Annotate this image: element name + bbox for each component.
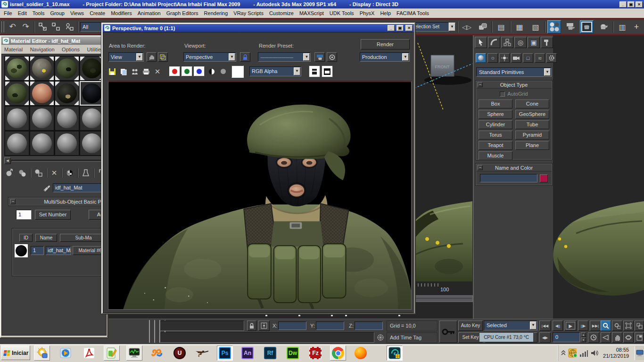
tab-display[interactable]: ▣ [528, 37, 540, 48]
submaterial-name-field[interactable]: idf_hat_Ma [46, 246, 71, 255]
button-tube[interactable]: Tube [515, 120, 549, 129]
material-slot[interactable] [55, 131, 79, 156]
button-geosphere[interactable]: GeoSphere [515, 110, 549, 119]
category-cameras[interactable] [511, 53, 521, 63]
material-name-field[interactable]: idf_hat_Mat [53, 183, 107, 192]
maximize-viewport-button[interactable] [635, 332, 644, 343]
button-teapot[interactable]: Teapot [479, 141, 512, 150]
category-helpers[interactable]: □ [523, 53, 533, 63]
signal-strength-icon[interactable] [579, 349, 588, 357]
material-slot[interactable] [5, 81, 29, 106]
selection-lock-button[interactable] [247, 321, 256, 331]
material-slot[interactable] [80, 106, 104, 131]
material-slot[interactable] [30, 56, 54, 81]
frame-number-field[interactable]: 0 [553, 332, 580, 342]
autogrid-checkbox[interactable] [500, 91, 505, 97]
ak47-icon[interactable] [194, 346, 210, 361]
auto-key-button[interactable]: Auto Key [458, 321, 483, 331]
tab-modify[interactable] [488, 37, 500, 48]
assign-material-icon[interactable] [33, 167, 44, 179]
hwmonitor-icon[interactable] [126, 346, 142, 361]
menu-facima-tools[interactable]: FACIMA Tools [394, 9, 432, 17]
y-field[interactable] [316, 321, 344, 330]
menu-graph-editors[interactable]: Graph Editors [164, 9, 201, 17]
zoom-extents-all-button[interactable] [635, 321, 644, 331]
unreal-icon[interactable]: U [172, 346, 188, 361]
maxscript-listener-icon[interactable]: ▥ [616, 21, 629, 33]
pan-hand-button[interactable] [612, 332, 622, 343]
layer-icon[interactable] [309, 66, 320, 77]
bind-spacewarp-icon[interactable] [63, 21, 75, 33]
submaterial-id-field[interactable]: 1 [31, 246, 44, 255]
category-shapes[interactable]: ○ [487, 53, 498, 63]
button-plane[interactable]: Plane [515, 141, 549, 150]
composite-icon[interactable] [322, 66, 333, 77]
named-selection-arrow[interactable]: ▼ [449, 23, 455, 31]
object-name-input[interactable] [480, 174, 537, 182]
key-mode-button[interactable]: ◀▶ [539, 332, 551, 343]
render-canvas[interactable] [108, 81, 412, 310]
close-button[interactable]: ✕ [636, 1, 643, 8]
material-slot[interactable] [55, 81, 79, 106]
zoom-button[interactable] [601, 321, 611, 331]
render-setup-icon[interactable] [564, 21, 578, 33]
category-systems[interactable] [546, 53, 557, 63]
region-icon[interactable] [158, 52, 168, 62]
zoom-all-button[interactable] [612, 321, 622, 331]
material-slot[interactable] [5, 106, 29, 131]
zoom-extents-button[interactable] [623, 321, 634, 331]
primitives-dropdown[interactable]: Standard Primitives▼ [476, 67, 552, 77]
material-slot[interactable] [80, 131, 104, 156]
x-field[interactable] [278, 321, 306, 330]
rendered-frame-icon[interactable] [580, 20, 594, 33]
close-button[interactable]: ✕ [405, 25, 413, 31]
render-window-titlebar[interactable]: Perspective, frame 0 (1:1) _ ▣ ✕ [103, 24, 414, 32]
button-box[interactable]: Box [479, 99, 512, 108]
network-icon[interactable] [568, 348, 577, 358]
menu-rendering[interactable]: Rendering [201, 9, 231, 17]
button-sphere[interactable]: Sphere [479, 110, 512, 119]
minimize-button[interactable]: _ [619, 1, 627, 8]
menu-vray-scripts[interactable]: VRay Scripts [231, 9, 266, 17]
3dsmax-taskbar-icon[interactable] [387, 346, 403, 361]
next-frame-button[interactable]: ||▶ [578, 321, 588, 331]
menu-tools[interactable]: Tools [30, 9, 48, 17]
background-color-swatch[interactable] [231, 66, 244, 78]
alpha-channel-toggle[interactable] [207, 66, 216, 76]
green-channel-toggle[interactable] [182, 66, 192, 76]
area-to-render-dropdown[interactable]: View▼ [108, 52, 144, 62]
me-menu-navigation[interactable]: Navigation [30, 47, 55, 52]
animate-icon[interactable]: An [239, 346, 256, 361]
mono-channel-toggle[interactable] [218, 66, 228, 76]
goto-start-button[interactable]: |◀◀ [539, 321, 551, 331]
get-material-icon[interactable] [4, 167, 15, 179]
eyedropper-icon[interactable] [41, 182, 52, 193]
object-color-swatch[interactable] [540, 174, 548, 182]
schematic-view-icon[interactable]: ▧ [529, 21, 542, 33]
filezilla-icon[interactable]: Fz [307, 346, 323, 361]
render-scene-dialog-icon[interactable] [314, 52, 325, 62]
tab-motion[interactable]: ◎ [514, 37, 527, 48]
slot-scrollbar[interactable] [11, 160, 105, 162]
tab-hierarchy[interactable] [501, 37, 513, 48]
submaterial-header[interactable]: Sub-Ma [60, 234, 107, 242]
unlink-icon[interactable] [50, 21, 62, 33]
photoshop-icon[interactable]: Ps [217, 346, 233, 361]
me-menu-options[interactable]: Options [62, 47, 80, 52]
screenshot-tool-icon[interactable] [34, 346, 50, 361]
material-slot[interactable] [5, 56, 29, 81]
spinner-down[interactable]: ▼ [581, 337, 586, 342]
menu-animation[interactable]: Animation [135, 9, 164, 17]
volume-icon[interactable] [591, 349, 598, 357]
menu-udk-tools[interactable]: UDK Tools [327, 9, 357, 17]
collapse-icon[interactable]: − [478, 165, 483, 170]
category-geometry[interactable] [476, 53, 486, 63]
chrome-icon[interactable] [330, 346, 346, 361]
viewport-dropdown[interactable]: Perspective▼ [183, 52, 236, 62]
menu-customize[interactable]: Customize [266, 9, 297, 17]
show-desktop-button[interactable] [635, 346, 644, 360]
tray-clock[interactable]: 08:55 21/12/2019 [603, 347, 629, 359]
lock-pan-icon[interactable] [147, 52, 157, 62]
spinner-up[interactable]: ▲ [581, 332, 586, 337]
key-lock-button[interactable] [439, 321, 457, 343]
